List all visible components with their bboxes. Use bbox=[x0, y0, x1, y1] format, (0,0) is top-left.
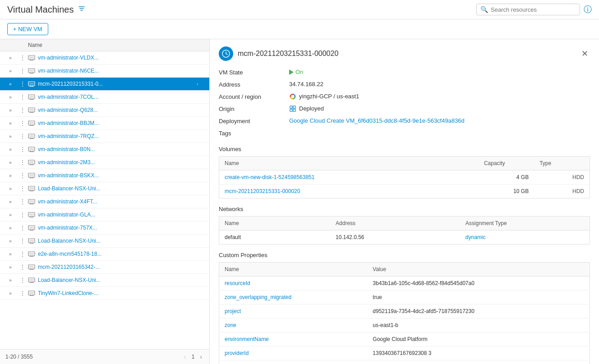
volume-name[interactable]: mcm-20211203215331-000020 bbox=[219, 184, 479, 198]
vm-state-label: VM State bbox=[219, 68, 282, 76]
vm-list-item[interactable]: » ⋮ vm-administrator-GLA... bbox=[0, 208, 209, 221]
row-options-button[interactable]: ⋮ bbox=[17, 159, 28, 166]
row-options-button[interactable]: ⋮ bbox=[17, 120, 28, 127]
volume-name[interactable]: create-vm-new-disk-1-524598563851 bbox=[219, 170, 479, 184]
vm-row-icon bbox=[28, 211, 35, 218]
row-options-button[interactable]: ⋮ bbox=[17, 67, 28, 74]
vm-list-item[interactable]: » ⋮ vm-administrator-N6CE... bbox=[0, 65, 209, 78]
svg-rect-21 bbox=[29, 187, 34, 189]
vm-row-icon bbox=[28, 80, 35, 88]
vm-list-item[interactable]: » ⋮ Load-Balancer-NSX-Uni... bbox=[0, 182, 209, 195]
expand-button[interactable]: » bbox=[4, 121, 17, 126]
vm-list-item[interactable]: » ⋮ vm-administrator-X4FT... bbox=[0, 195, 209, 208]
vm-list-item[interactable]: » ⋮ e2e-a8n-mcm545178-18... bbox=[0, 248, 209, 261]
row-options-button[interactable]: ⋮ bbox=[17, 276, 28, 284]
vm-list-item[interactable]: » ⋮ vm-administrator-BBJM... bbox=[0, 117, 209, 130]
vm-list-item[interactable]: » ⋮ TinyWin7-LinkedClone-... bbox=[0, 287, 209, 300]
row-options-button[interactable]: ⋮ bbox=[17, 146, 28, 153]
expand-button[interactable]: » bbox=[4, 55, 17, 60]
row-options-button[interactable]: ⋮ bbox=[17, 263, 28, 271]
vm-list-item[interactable]: » ⋮ Load-Balancer-NSX-Uni... bbox=[0, 235, 209, 248]
pagination-range: 1-20 / 3555 bbox=[5, 354, 33, 360]
svg-rect-27 bbox=[29, 226, 34, 229]
vm-list-item[interactable]: » ⋮ vm-administrator-757X... bbox=[0, 221, 209, 235]
vm-list-item[interactable]: » ⋮ vm-administrator-7RQZ... bbox=[0, 130, 209, 143]
vm-row-icon bbox=[28, 224, 35, 231]
row-options-button[interactable]: ⋮ bbox=[17, 106, 28, 114]
row-options-button[interactable]: ⋮ bbox=[17, 198, 28, 205]
row-options-button[interactable]: ⋮ bbox=[17, 237, 28, 244]
expand-button[interactable]: » bbox=[4, 226, 17, 230]
expand-button[interactable]: » bbox=[4, 199, 17, 204]
expand-button[interactable]: » bbox=[4, 95, 17, 100]
vm-list-item[interactable]: » ⋮ vm-administrator-2M3... bbox=[0, 156, 209, 169]
vm-name: Load-Balancer-NSX-Uni... bbox=[38, 185, 101, 192]
vm-name: vm-administrator-BSKX... bbox=[38, 172, 99, 179]
expand-button[interactable]: » bbox=[4, 147, 17, 152]
expand-button[interactable]: » bbox=[4, 108, 17, 113]
row-options-button[interactable]: ⋮ bbox=[17, 133, 28, 140]
vm-list-item[interactable]: » ⋮ vm-administrator-BSKX... bbox=[0, 169, 209, 182]
expand-button[interactable]: » bbox=[4, 212, 17, 217]
row-options-button[interactable]: ⋮ bbox=[17, 93, 28, 101]
expand-button[interactable]: » bbox=[4, 239, 17, 244]
expand-button[interactable]: » bbox=[4, 134, 17, 139]
vm-list-item[interactable]: » ⋮ vm-administrator-VLDX... bbox=[0, 51, 209, 65]
info-icon[interactable]: ⓘ bbox=[584, 4, 592, 15]
expand-button[interactable]: » bbox=[4, 186, 17, 191]
page-title: Virtual Machines bbox=[7, 5, 74, 15]
row-options-button[interactable]: ⋮ bbox=[17, 250, 28, 258]
row-options-button[interactable]: ⋮ bbox=[17, 80, 28, 88]
row-options-button[interactable]: ⋮ bbox=[17, 185, 28, 192]
row-options-button[interactable]: ⋮ bbox=[17, 211, 28, 218]
networks-row: default 10.142.0.56 dynamic bbox=[219, 230, 590, 244]
search-input[interactable] bbox=[491, 6, 576, 13]
chevron-right-icon: › bbox=[197, 81, 206, 87]
custom-prop-row: zone_overlapping_migrated true bbox=[219, 290, 590, 304]
network-assignment-type[interactable]: dynamic bbox=[460, 230, 590, 244]
svg-rect-40 bbox=[290, 106, 292, 108]
expand-button[interactable]: » bbox=[4, 160, 17, 165]
vm-list-item[interactable]: » ⋮ Load-Balancer-NSX-Uni... bbox=[0, 274, 209, 287]
expand-button[interactable]: » bbox=[4, 69, 17, 74]
deployment-label: Deployment bbox=[219, 117, 282, 124]
vm-name: e2e-a8n-mcm545178-18... bbox=[38, 251, 101, 257]
vm-list-item[interactable]: « ⋮ mcm-20211203215331-0... › bbox=[0, 78, 209, 91]
new-vm-button[interactable]: + NEW VM bbox=[7, 23, 48, 35]
row-options-button[interactable]: ⋮ bbox=[17, 172, 28, 179]
filter-icon[interactable] bbox=[78, 5, 85, 14]
svg-rect-41 bbox=[293, 106, 295, 108]
vm-list-item[interactable]: » ⋮ vm-administrator-7COL... bbox=[0, 91, 209, 104]
close-detail-button[interactable]: ✕ bbox=[580, 47, 590, 60]
custom-prop-name: zone_overlapping_migrated bbox=[219, 290, 368, 304]
row-options-button[interactable]: ⋮ bbox=[17, 290, 28, 297]
row-options-button[interactable]: ⋮ bbox=[17, 224, 28, 231]
svg-rect-25 bbox=[29, 213, 34, 216]
svg-rect-5 bbox=[29, 83, 34, 85]
svg-rect-43 bbox=[293, 109, 295, 111]
row-options-button[interactable]: ⋮ bbox=[17, 54, 28, 61]
prev-page-button[interactable]: ‹ bbox=[182, 352, 188, 361]
vm-name-cell: vm-administrator-B0N... bbox=[28, 146, 197, 153]
detail-title: mcm-20211203215331-000020 bbox=[238, 50, 338, 58]
expand-button[interactable]: » bbox=[4, 278, 17, 283]
vm-row-icon bbox=[28, 93, 35, 101]
vm-row-icon bbox=[28, 67, 35, 74]
deployment-value[interactable]: Google Cloud Create VM_6f6d0315-ddc8-4f5… bbox=[289, 117, 590, 124]
vm-list-item[interactable]: » ⋮ mcm-20211203165342-... bbox=[0, 261, 209, 274]
next-page-button[interactable]: › bbox=[198, 352, 204, 361]
vm-list-item[interactable]: » ⋮ vm-administrator-B0N... bbox=[0, 143, 209, 156]
volumes-row: mcm-20211203215331-000020 10 GB HDD bbox=[219, 184, 590, 198]
expand-button[interactable]: » bbox=[4, 265, 17, 270]
header-left: Virtual Machines bbox=[7, 5, 85, 15]
vm-row-icon bbox=[28, 290, 35, 297]
vm-row-icon bbox=[28, 106, 35, 114]
expand-button[interactable]: » bbox=[4, 291, 17, 296]
vm-name-cell: mcm-20211203215331-0... bbox=[28, 80, 197, 88]
vm-list-item[interactable]: » ⋮ vm-administrator-Q628... bbox=[0, 104, 209, 117]
expand-button[interactable]: » bbox=[4, 252, 17, 257]
expand-button[interactable]: « bbox=[4, 82, 17, 87]
expand-button[interactable]: » bbox=[4, 173, 17, 178]
vm-row-icon bbox=[28, 185, 35, 192]
pagination-controls: ‹ 1 › bbox=[182, 352, 204, 361]
